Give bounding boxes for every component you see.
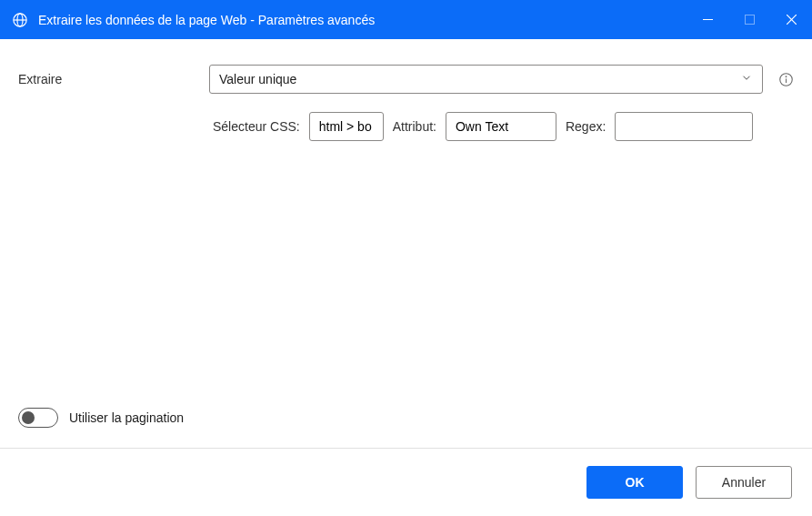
minimize-button[interactable] (687, 0, 728, 39)
cancel-button[interactable]: Annuler (696, 466, 792, 499)
pagination-row: Utiliser la pagination (18, 408, 794, 448)
regex-input[interactable] (615, 112, 753, 141)
attribute-label: Attribut: (393, 119, 436, 134)
toggle-knob (22, 411, 35, 424)
close-button[interactable] (770, 0, 812, 39)
ok-button[interactable]: OK (586, 466, 683, 499)
window-buttons (687, 0, 812, 39)
svg-rect-4 (745, 15, 754, 25)
extract-label: Extraire (18, 72, 209, 86)
content-area: Extraire Valeur unique Sélecteur CSS: (0, 39, 812, 448)
regex-label: Regex: (566, 119, 606, 134)
pagination-label: Utiliser la pagination (69, 410, 184, 425)
chevron-down-icon (740, 72, 753, 87)
window-title: Extraire les données de la page Web - Pa… (38, 13, 687, 27)
attribute-input[interactable] (446, 112, 556, 141)
pagination-toggle[interactable] (18, 408, 58, 428)
selector-label: Sélecteur CSS: (213, 119, 300, 134)
dialog-footer: OK Annuler (0, 448, 812, 516)
maximize-button (728, 0, 770, 39)
extract-row: Extraire Valeur unique (18, 65, 794, 94)
selector-input[interactable] (309, 112, 384, 141)
svg-point-9 (786, 76, 787, 76)
extract-dropdown-value: Valeur unique (219, 72, 296, 86)
details-row: Sélecteur CSS: Attribut: Regex: (18, 112, 794, 141)
titlebar: Extraire les données de la page Web - Pa… (0, 0, 812, 39)
extract-dropdown[interactable]: Valeur unique (209, 65, 763, 94)
info-icon[interactable] (777, 71, 794, 87)
globe-icon (11, 11, 29, 29)
